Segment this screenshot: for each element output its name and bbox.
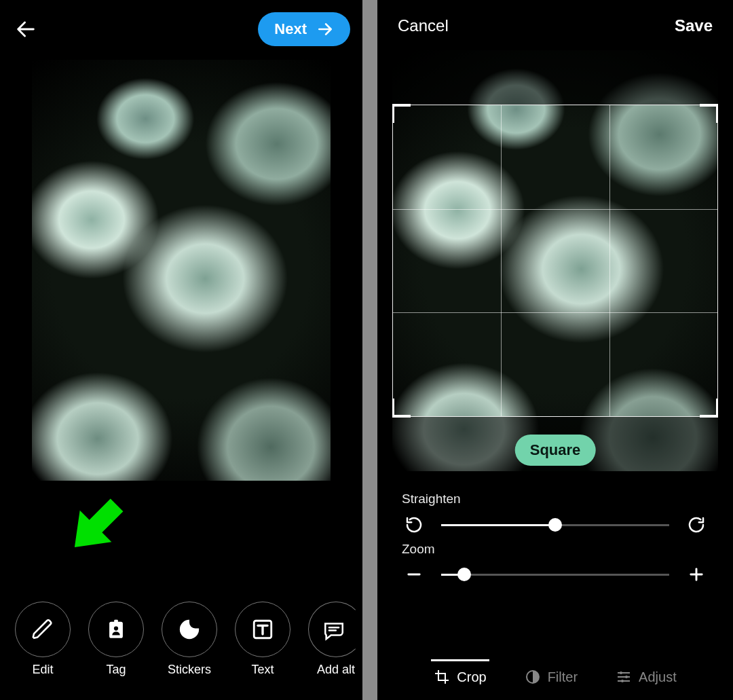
filter-icon <box>525 669 541 685</box>
mode-label: Crop <box>457 669 486 685</box>
mode-tab-adjust[interactable]: Adjust <box>616 669 677 685</box>
crop-handle-tl[interactable] <box>392 104 411 123</box>
crop-controls: Straighten Zoom <box>377 471 733 584</box>
arrow-left-icon <box>14 18 37 41</box>
svg-point-3 <box>114 626 118 630</box>
editor-header: Cancel Save <box>377 0 733 39</box>
next-button-label: Next <box>274 20 307 38</box>
plus-icon <box>687 565 706 584</box>
zoom-in-button[interactable] <box>683 565 710 584</box>
slider-fill <box>441 524 555 526</box>
crop-gridline <box>501 105 502 416</box>
editor-mode-tabs: Crop Filter Adjust <box>377 669 733 685</box>
crop-box[interactable] <box>392 105 718 417</box>
crop-gridline <box>609 105 610 416</box>
svg-point-8 <box>621 680 624 682</box>
minus-icon <box>405 565 424 584</box>
text-icon <box>251 618 274 641</box>
crop-canvas[interactable]: Square <box>392 50 718 471</box>
tool-stickers[interactable]: Stickers <box>162 602 217 677</box>
media-image <box>32 60 331 481</box>
tool-tag[interactable]: Tag <box>88 602 144 677</box>
rotate-cw-button[interactable] <box>683 515 710 535</box>
adjust-sliders-icon <box>616 669 632 685</box>
arrow-right-icon <box>316 20 334 38</box>
crop-gridline <box>393 209 717 210</box>
next-button[interactable]: Next <box>258 12 350 46</box>
zoom-out-button[interactable] <box>400 565 428 584</box>
tool-label: Edit <box>32 663 53 677</box>
annotation-arrow <box>43 473 149 579</box>
zoom-slider[interactable] <box>441 574 669 576</box>
svg-point-7 <box>625 676 628 678</box>
svg-marker-0 <box>59 490 133 564</box>
rotate-cw-icon <box>686 515 707 535</box>
crop-shade <box>392 50 718 105</box>
zoom-row <box>400 565 710 584</box>
crop-gridline <box>393 312 717 313</box>
tool-edit[interactable]: Edit <box>15 602 71 677</box>
crop-handle-tr[interactable] <box>700 104 718 123</box>
svg-point-6 <box>620 671 622 674</box>
pencil-icon <box>31 618 54 641</box>
save-button[interactable]: Save <box>675 16 713 35</box>
slider-thumb[interactable] <box>457 568 471 581</box>
tool-label: Text <box>251 663 274 677</box>
svg-rect-2 <box>114 620 118 624</box>
crop-handle-bl[interactable] <box>392 399 411 418</box>
rotate-ccw-icon <box>404 515 424 535</box>
straighten-slider[interactable] <box>441 524 669 526</box>
media-actions-toolbar: Edit Tag Stickers <box>0 602 362 677</box>
mode-tab-crop[interactable]: Crop <box>434 669 486 685</box>
aspect-ratio-label: Square <box>530 441 581 458</box>
tool-label: Tag <box>106 663 126 677</box>
crop-editor-screen: Cancel Save Square Straighten <box>377 0 733 700</box>
aspect-ratio-pill[interactable]: Square <box>515 435 596 466</box>
compose-media-screen: Next Edit <box>0 0 362 700</box>
tool-text[interactable]: Text <box>235 602 290 677</box>
crop-icon <box>434 669 450 685</box>
tool-add-alt[interactable]: Add alt <box>308 602 362 677</box>
tag-person-icon <box>105 618 128 641</box>
tool-label: Stickers <box>168 663 211 677</box>
zoom-label: Zoom <box>402 542 710 557</box>
cancel-button[interactable]: Cancel <box>398 16 449 35</box>
mode-label: Filter <box>548 669 578 685</box>
tool-label: Add alt <box>317 663 355 677</box>
mode-label: Adjust <box>639 669 677 685</box>
mode-tab-filter[interactable]: Filter <box>525 669 578 685</box>
media-preview[interactable] <box>32 60 331 481</box>
sticker-icon <box>178 618 201 641</box>
crop-handle-br[interactable] <box>700 399 718 418</box>
rotate-ccw-button[interactable] <box>400 515 428 535</box>
straighten-row <box>400 515 710 535</box>
alt-text-icon <box>322 618 345 641</box>
straighten-label: Straighten <box>402 492 710 506</box>
back-button[interactable] <box>12 16 39 43</box>
slider-thumb[interactable] <box>548 518 562 532</box>
